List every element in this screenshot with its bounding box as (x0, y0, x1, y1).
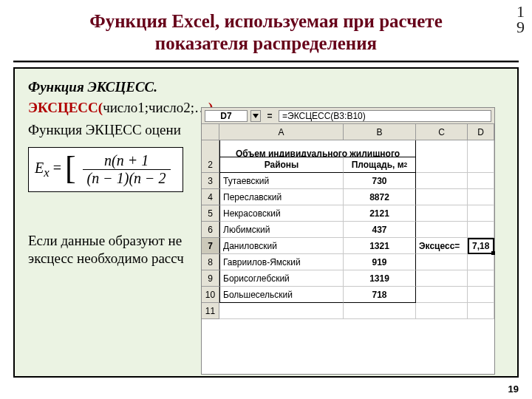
corner-page-number: 1 9 (516, 4, 525, 35)
row-header-4[interactable]: 4 (202, 189, 219, 205)
para2-line2: эксцесс необходимо рассч (28, 250, 184, 266)
cell-C7[interactable]: Эксцесс= (416, 238, 468, 254)
cell-D4[interactable] (468, 189, 494, 205)
cell-D2[interactable] (468, 157, 494, 173)
cell-B10[interactable]: 718 (344, 287, 416, 303)
cell-B7[interactable]: 1321 (344, 238, 416, 254)
excel-grid[interactable]: A B C D 1 Объем индивидуального жилищног… (202, 124, 494, 319)
cell-A9[interactable]: Борисоглебский (219, 270, 344, 287)
cell-D5[interactable] (468, 205, 494, 222)
cell-B2[interactable]: Площадь, м2 (344, 157, 416, 173)
cell-C3[interactable] (416, 173, 468, 189)
cell-A7[interactable]: Даниловский (219, 238, 344, 254)
excel-formula-input[interactable]: =ЭКСЦЕСС(B3:B10) (279, 110, 491, 122)
row-header-3[interactable]: 3 (202, 173, 219, 189)
excel-window: D7 = =ЭКСЦЕСС(B3:B10) A B C D 1 Объем ин… (201, 107, 495, 375)
cell-B5[interactable]: 2121 (344, 205, 416, 222)
cell-A3[interactable]: Тутаевский (219, 173, 344, 189)
col-header-B[interactable]: B (344, 124, 416, 140)
select-all-corner[interactable] (202, 124, 219, 140)
cell-A5[interactable]: Некрасовский (219, 205, 344, 222)
cell-D6[interactable] (468, 222, 494, 238)
cell-C9[interactable] (416, 270, 468, 287)
cell-C5[interactable] (416, 205, 468, 222)
page-number: 19 (508, 383, 519, 395)
formula-eq: = (53, 160, 65, 176)
cell-A4[interactable]: Переславский (219, 189, 344, 205)
function-name-heading: Функция ЭКСЦЕСС. (28, 79, 504, 95)
cell-B8[interactable]: 919 (344, 254, 416, 270)
title-rule (13, 61, 519, 63)
excel-namebox[interactable]: D7 (205, 110, 248, 122)
cell-B9[interactable]: 1319 (344, 270, 416, 287)
row-header-7[interactable]: 7 (202, 238, 219, 254)
syntax-red-open: ЭКСЦЕСС( (28, 100, 103, 115)
cell-D11[interactable] (468, 303, 494, 319)
cell-A2[interactable]: Районы (219, 157, 344, 173)
cell-D9[interactable] (468, 270, 494, 287)
cell-D8[interactable] (468, 254, 494, 270)
cell-C11[interactable] (416, 303, 468, 319)
col-header-D[interactable]: D (468, 124, 494, 140)
namebox-dropdown-icon[interactable] (250, 110, 261, 122)
formula-fraction: n(n + 1 (n − 1)(n − 2 (83, 152, 171, 187)
row-header-10[interactable]: 10 (202, 287, 219, 303)
cell-C10[interactable] (416, 287, 468, 303)
row-header-6[interactable]: 6 (202, 222, 219, 238)
bracket-open: [ (65, 152, 76, 185)
formula-den: (n − 1)(n − 2 (83, 170, 171, 187)
row-header-8[interactable]: 8 (202, 254, 219, 270)
header-b-sup: 2 (404, 161, 408, 168)
row-header-9[interactable]: 9 (202, 270, 219, 287)
corner-num-2: 9 (516, 20, 525, 35)
col-header-A[interactable]: A (219, 124, 344, 140)
cell-A8[interactable]: Гавриилов-Ямский (219, 254, 344, 270)
cell-C4[interactable] (416, 189, 468, 205)
formula-lhs: Ex (35, 160, 50, 176)
cell-C8[interactable] (416, 254, 468, 270)
row-header-2[interactable]: 2 (202, 157, 219, 173)
cell-C6[interactable] (416, 222, 468, 238)
cell-A10[interactable]: Большесельский (219, 287, 344, 303)
cell-B6[interactable]: 437 (344, 222, 416, 238)
slide-title: Функция Excel, используемая при расчете … (0, 0, 532, 61)
cell-A11[interactable] (219, 303, 344, 319)
cell-D7-selected[interactable]: 7,18 (468, 238, 494, 254)
cell-D10[interactable] (468, 287, 494, 303)
cell-D3[interactable] (468, 173, 494, 189)
cell-B3[interactable]: 730 (344, 173, 416, 189)
cell-B11[interactable] (344, 303, 416, 319)
syntax-args: число1;число2;… (103, 100, 208, 115)
para2-line1: Если данные образуют не (28, 233, 182, 248)
formula-num: n(n + 1 (83, 152, 171, 170)
cell-B4[interactable]: 8872 (344, 189, 416, 205)
row-header-5[interactable]: 5 (202, 205, 219, 222)
col-header-C[interactable]: C (416, 124, 468, 140)
cell-A6[interactable]: Любимский (219, 222, 344, 238)
excel-formula-bar: D7 = =ЭКСЦЕСС(B3:B10) (202, 108, 494, 124)
equals-icon: = (264, 111, 276, 121)
formula-box: Ex = [ n(n + 1 (n − 1)(n − 2 (28, 147, 183, 192)
header-b-text: Площадь, м (352, 160, 404, 170)
row-header-11[interactable]: 11 (202, 303, 219, 319)
cell-C2[interactable] (416, 157, 468, 173)
svg-marker-0 (253, 114, 259, 118)
